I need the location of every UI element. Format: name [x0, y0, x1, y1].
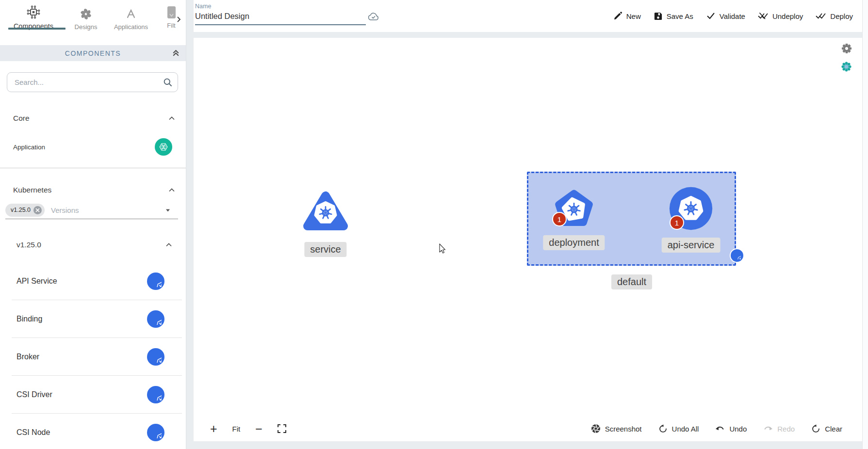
screenshot-label: Screenshot [605, 425, 642, 433]
design-name-field: Name [195, 3, 367, 25]
tab-applications[interactable]: Applications [109, 8, 153, 31]
clear-button[interactable]: Clear [811, 424, 842, 433]
canvas-settings-button[interactable] [841, 43, 852, 54]
undeploy-button-label: Undeploy [772, 12, 803, 20]
tab-designs[interactable]: Designs [71, 8, 101, 31]
designs-icon [71, 8, 101, 20]
design-canvas[interactable]: service 1 deployment 1 api-service defau… [194, 38, 863, 441]
fullscreen-button[interactable] [278, 424, 286, 433]
node-badge-api-service: 1 [670, 215, 684, 230]
topbar-actions: New Save As Validate [613, 0, 853, 32]
active-tab-underline [8, 28, 66, 30]
chevron-up-icon [168, 187, 175, 193]
fit-button[interactable]: Fit [232, 425, 241, 433]
double-check-icon [816, 11, 826, 21]
deploy-button-label: Deploy [830, 12, 853, 20]
double-check-crossed-icon [758, 11, 769, 21]
node-label-deployment: deployment [543, 235, 605, 250]
panel-title: COMPONENTS [65, 49, 121, 57]
zoom-in-button[interactable]: + [210, 423, 217, 435]
sidebar-tabbar: Components De [0, 0, 186, 39]
undeploy-button[interactable]: Undeploy [758, 11, 803, 21]
component-item-api-service[interactable]: API Service [0, 262, 186, 300]
undo-all-button[interactable]: Undo All [658, 424, 699, 433]
kubernetes-icon [147, 386, 164, 403]
zoom-controls: + Fit − [210, 423, 286, 435]
caret-down-icon[interactable] [164, 208, 171, 213]
item-label: CSI Node [16, 428, 50, 437]
kubernetes-icon [147, 424, 164, 441]
node-badge-deployment: 1 [552, 212, 567, 226]
screenshot-button[interactable]: Screenshot [591, 424, 642, 433]
core-section-title: Core [13, 114, 30, 123]
item-label: Broker [16, 353, 39, 361]
version-chip-label: v1.25.0 [11, 207, 31, 213]
save-as-button[interactable]: Save As [654, 12, 693, 21]
check-icon [706, 11, 716, 21]
search-box [7, 72, 178, 92]
page-scrollbar[interactable] [862, 0, 868, 449]
close-icon [35, 208, 40, 212]
group-label-default: default [611, 274, 652, 289]
section-core: Core [0, 112, 186, 125]
undo-all-label: Undo All [672, 425, 699, 433]
canvas-bottom-toolbar: + Fit − [194, 418, 863, 439]
shutter-icon [591, 424, 601, 433]
kubernetes-icon [147, 348, 164, 366]
pencil-icon [613, 11, 622, 21]
node-service[interactable] [302, 189, 349, 233]
double-chevron-up-icon [172, 49, 180, 57]
design-name-input[interactable] [195, 10, 366, 25]
section-version-group: v1.25.0 [0, 239, 186, 251]
collapse-panel-button[interactable] [172, 49, 180, 57]
redo-button[interactable]: Redo [763, 424, 795, 433]
versions-select[interactable]: v1.25.0 Versions [5, 201, 178, 219]
group-kubernetes-badge[interactable] [730, 248, 744, 263]
chevron-right-icon [175, 16, 183, 23]
version-group-title: v1.25.0 [16, 241, 41, 249]
application-item-label: Application [13, 144, 45, 151]
component-item-binding[interactable]: Binding [0, 300, 186, 338]
validate-button[interactable]: Validate [706, 11, 745, 21]
version-group-collapse-button[interactable] [165, 241, 172, 248]
rotate-left-icon [811, 424, 820, 433]
applications-icon [109, 8, 153, 20]
tab-components[interactable]: Components [4, 5, 63, 30]
deploy-button[interactable]: Deploy [816, 11, 853, 21]
undo-button[interactable]: Undo [715, 424, 747, 433]
item-label: CSI Driver [16, 390, 52, 399]
new-button[interactable]: New [613, 11, 641, 21]
core-collapse-button[interactable] [168, 115, 175, 122]
remove-version-button[interactable] [33, 206, 42, 214]
tab-applications-label: Applications [109, 23, 153, 31]
item-label: Binding [16, 315, 42, 323]
rotate-left-icon [658, 424, 668, 433]
kubernetes-icon [147, 273, 164, 290]
name-field-label: Name [195, 3, 367, 10]
undo-arrow-icon [715, 424, 725, 433]
save-as-button-label: Save As [667, 12, 693, 20]
node-label-api-service: api-service [662, 238, 721, 253]
undo-label: Undo [729, 425, 747, 433]
component-item-csi-driver[interactable]: CSI Driver [0, 376, 186, 414]
zoom-out-button[interactable]: − [255, 423, 262, 435]
validate-button-label: Validate [720, 12, 745, 20]
kubernetes-context-button[interactable] [841, 61, 852, 72]
cloud-saved-icon [367, 12, 380, 22]
search-input[interactable] [14, 78, 163, 87]
kubernetes-collapse-button[interactable] [168, 187, 175, 193]
design-topbar: Name New [194, 0, 863, 32]
kubernetes-icon [147, 310, 164, 328]
components-panel-header: COMPONENTS [0, 45, 186, 61]
tabs-scroll-right-button[interactable] [175, 16, 183, 23]
component-item-broker[interactable]: Broker [0, 338, 186, 376]
redo-label: Redo [777, 425, 795, 433]
component-item-application[interactable]: Application [0, 137, 186, 157]
redo-arrow-icon [763, 424, 773, 433]
search-icon [163, 78, 173, 87]
mouse-cursor [437, 243, 448, 255]
component-item-csi-node[interactable]: CSI Node [0, 414, 186, 449]
clear-label: Clear [825, 425, 842, 433]
item-label: API Service [16, 277, 57, 286]
section-kubernetes: Kubernetes [0, 184, 186, 196]
